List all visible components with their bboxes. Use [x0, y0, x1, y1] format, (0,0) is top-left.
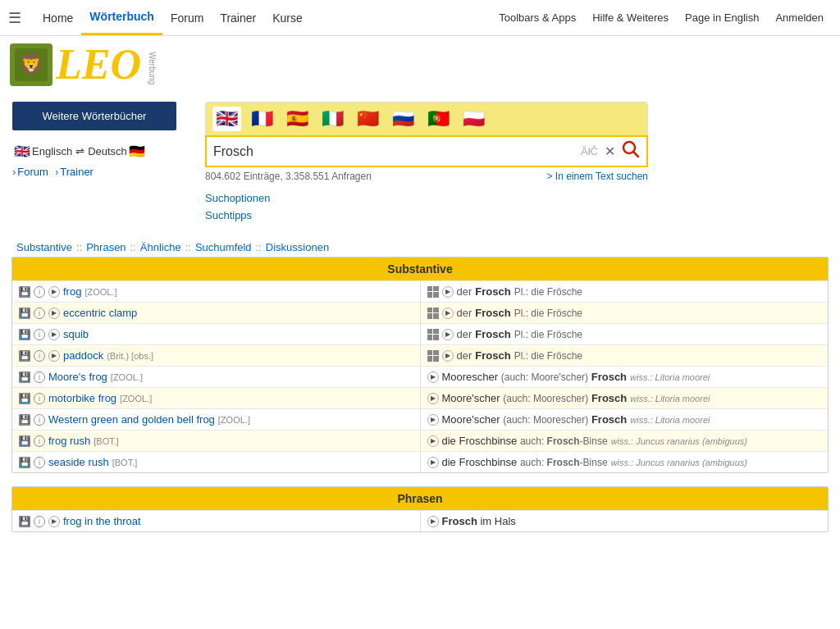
- info-icon[interactable]: i: [34, 457, 45, 468]
- clear-button[interactable]: ✕: [605, 144, 615, 159]
- play-de-icon[interactable]: ▶: [427, 393, 439, 404]
- tab-substantive[interactable]: Substantive: [16, 241, 72, 253]
- info-icon[interactable]: i: [34, 329, 45, 340]
- play-de-icon[interactable]: ▶: [427, 516, 439, 527]
- sub-nav-trainer[interactable]: Trainer: [60, 166, 94, 178]
- info-icon[interactable]: i: [34, 435, 45, 447]
- info-icon[interactable]: i: [34, 414, 45, 426]
- atc-button[interactable]: ÄłČ: [581, 145, 598, 157]
- nav-home[interactable]: Home: [34, 2, 81, 34]
- word-en[interactable]: squib: [63, 328, 89, 340]
- save-icon[interactable]: 💾: [19, 457, 30, 468]
- flag-tab-pl[interactable]: 🇵🇱: [459, 107, 488, 131]
- word-de-alt: Moore'scher (auch: Moorescher) Frosch: [442, 392, 628, 404]
- plural-de: Pl.: die Frösche: [514, 286, 582, 298]
- play-icon[interactable]: ▶: [48, 286, 60, 298]
- play-icon[interactable]: ▶: [48, 350, 60, 362]
- info-icon[interactable]: i: [34, 393, 45, 404]
- search-button[interactable]: [622, 140, 640, 162]
- word-en[interactable]: seaside rush: [48, 456, 109, 468]
- info-icon[interactable]: i: [34, 371, 45, 383]
- info-icon[interactable]: i: [34, 350, 45, 362]
- nav-woerterbuch[interactable]: Wörterbuch: [81, 0, 162, 35]
- info-icon[interactable]: i: [34, 308, 45, 319]
- table-row: 💾 i Western green and golden bell frog […: [12, 408, 828, 430]
- word-en[interactable]: frog: [63, 285, 81, 298]
- grid-icon[interactable]: [427, 350, 439, 362]
- nav-kurse[interactable]: Kurse: [264, 2, 311, 34]
- word-en[interactable]: frog in the throat: [63, 515, 141, 527]
- play-icon[interactable]: ▶: [48, 516, 60, 527]
- chevron-right-icon-2: ›: [55, 166, 58, 178]
- flag-tab-ru[interactable]: 🇷🇺: [389, 107, 418, 131]
- flag-uk: 🇬🇧: [14, 144, 30, 159]
- play-de-icon[interactable]: ▶: [427, 457, 439, 468]
- word-en[interactable]: Moore's frog: [48, 371, 107, 383]
- save-icon[interactable]: 💾: [19, 435, 30, 447]
- nav-toolbars[interactable]: Toolbars & Apps: [491, 2, 584, 34]
- tab-phrasen[interactable]: Phrasen: [86, 241, 126, 253]
- save-icon[interactable]: 💾: [19, 329, 30, 340]
- hamburger-menu[interactable]: ☰: [8, 9, 21, 27]
- save-icon[interactable]: 💾: [19, 371, 30, 383]
- lang-to: Deutsch: [88, 145, 127, 157]
- suchtipps-link[interactable]: Suchtipps: [205, 209, 824, 221]
- tab-diskussionen[interactable]: Diskussionen: [266, 241, 329, 253]
- tab-suchumfeld[interactable]: Suchumfeld: [195, 241, 252, 253]
- flag-tab-it[interactable]: 🇮🇹: [318, 107, 347, 131]
- in-text-link[interactable]: > In einem Text suchen: [546, 171, 648, 182]
- weitere-woerterbucher-button[interactable]: Weitere Wörterbücher: [12, 102, 176, 130]
- nav-anmelden[interactable]: Anmelden: [767, 2, 832, 34]
- word-en[interactable]: paddock: [63, 349, 103, 362]
- word-en[interactable]: frog rush: [48, 435, 90, 447]
- play-de-icon[interactable]: ▶: [442, 286, 454, 298]
- search-input[interactable]: [213, 144, 581, 159]
- play-de-icon[interactable]: ▶: [442, 329, 454, 340]
- svg-line-3: [633, 152, 638, 157]
- save-icon[interactable]: 💾: [19, 350, 30, 362]
- swap-icon[interactable]: ⇌: [75, 145, 84, 157]
- tab-aehnliche[interactable]: Ähnliche: [140, 241, 181, 253]
- table-row: 💾 i Moore's frog [ZOOL.] ▶ Moorescher (a…: [12, 366, 828, 387]
- save-icon[interactable]: 💾: [19, 516, 30, 527]
- flag-tab-en[interactable]: 🇬🇧: [212, 107, 241, 131]
- info-icon[interactable]: i: [34, 286, 45, 298]
- flag-tab-es[interactable]: 🇪🇸: [283, 107, 312, 131]
- save-icon[interactable]: 💾: [19, 414, 30, 426]
- wiss-label: wiss.: Juncus ranarius (ambiguus): [611, 436, 747, 446]
- word-de: Frosch: [475, 328, 510, 340]
- werbung-label: Werbung: [148, 52, 157, 84]
- phrasen-table: Phrasen 💾 i ▶ frog in the throat ▶ Frosc…: [11, 486, 829, 532]
- nav-english[interactable]: Page in English: [677, 2, 767, 34]
- info-icon[interactable]: i: [34, 516, 45, 527]
- grid-icon[interactable]: [427, 329, 439, 340]
- word-en[interactable]: motorbike frog: [48, 392, 116, 404]
- nav-forum[interactable]: Forum: [162, 2, 212, 34]
- save-icon[interactable]: 💾: [19, 393, 30, 404]
- word-de: Frosch: [475, 349, 510, 362]
- suchoptionen-link[interactable]: Suchoptionen: [205, 192, 824, 204]
- grid-icon[interactable]: [427, 286, 439, 298]
- substantive-table: Substantive 💾 i ▶ frog [ZOOL.] ▶ der Fro…: [11, 257, 829, 473]
- word-en[interactable]: eccentric clamp: [63, 307, 137, 319]
- flag-tab-fr[interactable]: 🇫🇷: [248, 107, 276, 131]
- word-tag: [ZOOL.]: [111, 372, 143, 382]
- play-de-icon[interactable]: ▶: [427, 435, 439, 447]
- sub-nav-forum[interactable]: Forum: [17, 166, 48, 178]
- play-de-icon[interactable]: ▶: [442, 350, 454, 362]
- save-icon[interactable]: 💾: [19, 308, 30, 319]
- flag-tab-pt[interactable]: 🇵🇹: [424, 107, 453, 131]
- word-de: Frosch: [475, 307, 510, 319]
- play-icon[interactable]: ▶: [48, 329, 60, 340]
- play-de-icon[interactable]: ▶: [427, 414, 439, 426]
- table-row: 💾 i ▶ frog in the throat ▶ Frosch im Hal…: [12, 510, 828, 531]
- nav-trainer[interactable]: Trainer: [212, 2, 264, 34]
- play-icon[interactable]: ▶: [48, 308, 60, 319]
- word-en[interactable]: Western green and golden bell frog: [48, 413, 215, 426]
- nav-hilfe[interactable]: Hilfe & Weiteres: [584, 2, 677, 34]
- grid-icon[interactable]: [427, 308, 439, 319]
- play-de-icon[interactable]: ▶: [442, 308, 454, 319]
- flag-tab-cn[interactable]: 🇨🇳: [354, 107, 382, 131]
- play-de-icon[interactable]: ▶: [427, 371, 439, 383]
- save-icon[interactable]: 💾: [19, 286, 30, 298]
